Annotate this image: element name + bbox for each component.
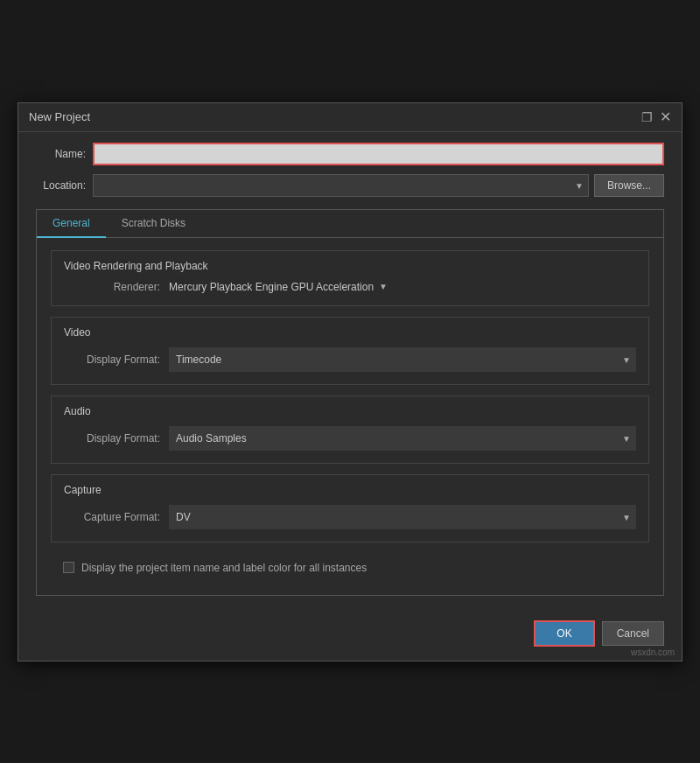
- dialog-footer: OK Cancel: [18, 610, 682, 661]
- capture-format-label: Capture Format:: [64, 511, 169, 523]
- audio-display-format-label: Display Format:: [64, 432, 169, 444]
- checkbox-label: Display the project item name and label …: [81, 562, 367, 574]
- renderer-dropdown-arrow[interactable]: ▼: [379, 282, 388, 291]
- video-display-format-select[interactable]: Timecode Frames Feet + Frames: [169, 347, 636, 372]
- title-bar-left: New Project: [29, 110, 90, 123]
- name-label: Name:: [36, 148, 93, 160]
- video-rendering-section: Video Rendering and Playback Renderer: M…: [51, 250, 649, 306]
- location-select-wrapper: ▼: [93, 174, 589, 197]
- dialog-overlay: New Project ❐ ✕ Name: Location:: [0, 0, 700, 763]
- renderer-row: Renderer: Mercury Playback Engine GPU Ac…: [64, 281, 636, 293]
- renderer-label: Renderer:: [64, 281, 169, 293]
- new-project-dialog: New Project ❐ ✕ Name: Location:: [18, 102, 682, 662]
- display-label-checkbox[interactable]: [63, 562, 74, 573]
- video-display-format-label: Display Format:: [64, 354, 169, 366]
- audio-section-title: Audio: [64, 405, 636, 417]
- tab-scratch-disks[interactable]: Scratch Disks: [106, 210, 201, 238]
- audio-display-format-row: Display Format: Audio Samples Millisecon…: [64, 426, 636, 451]
- audio-display-format-select[interactable]: Audio Samples Milliseconds: [169, 426, 636, 451]
- tabs-area: General Scratch Disks Video Rendering an…: [36, 209, 664, 596]
- general-tab-content: Video Rendering and Playback Renderer: M…: [37, 238, 663, 595]
- tab-general[interactable]: General: [37, 210, 106, 238]
- capture-format-wrapper: DV HDV ▼: [169, 505, 636, 529]
- title-bar: New Project ❐ ✕: [18, 103, 682, 132]
- dialog-body: Name: Location: ▼ Browse... General: [18, 132, 682, 610]
- title-bar-right: ❐ ✕: [641, 110, 671, 124]
- capture-format-row: Capture Format: DV HDV ▼: [64, 505, 636, 529]
- browse-button[interactable]: Browse...: [594, 174, 664, 197]
- video-display-format-row: Display Format: Timecode Frames Feet + F…: [64, 347, 636, 372]
- dialog-title: New Project: [29, 110, 90, 123]
- location-select[interactable]: [93, 174, 589, 197]
- name-row: Name:: [36, 143, 664, 165]
- video-section: Video Display Format: Timecode Frames Fe…: [51, 317, 649, 385]
- capture-section-title: Capture: [64, 484, 636, 496]
- cancel-button[interactable]: Cancel: [602, 621, 664, 646]
- audio-display-format-wrapper: Audio Samples Milliseconds ▼: [169, 426, 636, 451]
- capture-format-select[interactable]: DV HDV: [169, 505, 636, 529]
- video-display-format-wrapper: Timecode Frames Feet + Frames ▼: [169, 347, 636, 372]
- location-row: Location: ▼ Browse...: [36, 174, 664, 197]
- video-section-title: Video: [64, 326, 636, 339]
- audio-section: Audio Display Format: Audio Samples Mill…: [51, 396, 649, 464]
- name-input[interactable]: [93, 143, 664, 165]
- watermark: wsxdn.com: [631, 648, 675, 657]
- renderer-value: Mercury Playback Engine GPU Acceleration: [169, 281, 374, 293]
- checkbox-row: Display the project item name and label …: [51, 553, 649, 583]
- close-button[interactable]: ✕: [660, 110, 671, 124]
- tab-bar: General Scratch Disks: [37, 210, 663, 238]
- video-rendering-title: Video Rendering and Playback: [64, 260, 636, 272]
- location-label: Location:: [36, 179, 93, 192]
- ok-button[interactable]: OK: [534, 620, 594, 647]
- capture-section: Capture Capture Format: DV HDV ▼: [51, 474, 649, 542]
- renderer-display: Mercury Playback Engine GPU Acceleration…: [169, 281, 388, 293]
- copy-icon[interactable]: ❐: [641, 110, 653, 124]
